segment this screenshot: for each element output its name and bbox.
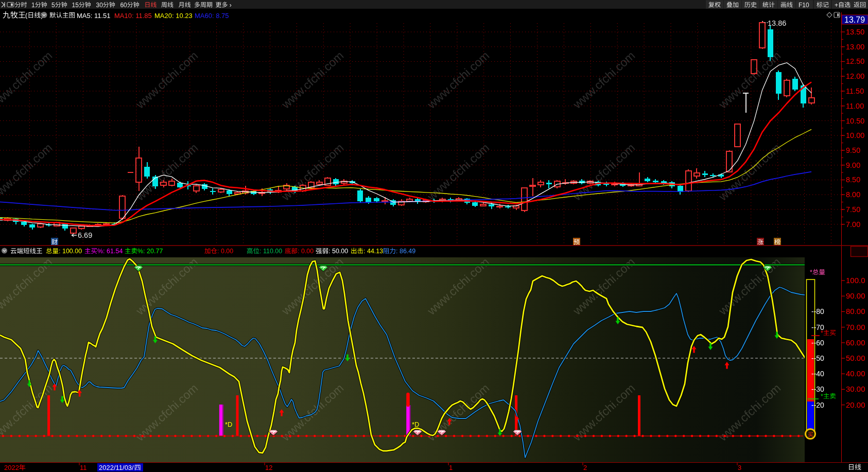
svg-text:2: 2 [583,464,587,471]
svg-text:--50: --50 [811,354,824,362]
svg-text:: 44.13: : 44.13 [363,248,383,255]
svg-text:13.86: 13.86 [768,19,786,27]
svg-text:40.00: 40.00 [846,369,865,378]
svg-text:13.50: 13.50 [846,28,864,36]
svg-text:2022/11/03/: 2022/11/03/ [99,464,134,471]
svg-text:12.50: 12.50 [846,57,864,65]
svg-text:60: 60 [120,2,127,9]
svg-text:*: * [821,393,823,400]
svg-text:+: + [835,2,838,9]
svg-text:12.00: 12.00 [846,72,864,80]
svg-text:: 110.00: : 110.00 [259,248,282,255]
svg-text:50.00: 50.00 [846,354,865,362]
svg-text:5: 5 [51,2,55,9]
svg-text:80.00: 80.00 [846,307,865,316]
svg-text:--60: --60 [811,339,824,347]
svg-text:: 0.00: : 0.00 [298,248,314,255]
svg-text:*: * [810,269,812,276]
svg-text:F10: F10 [798,2,809,9]
svg-text:1: 1 [449,464,453,471]
svg-text:90.00: 90.00 [846,291,865,300]
svg-text:2022: 2022 [4,464,19,471]
svg-text:11.00: 11.00 [846,102,864,110]
svg-text:MA5: 11.51: MA5: 11.51 [77,12,111,20]
svg-text:12: 12 [265,464,272,471]
svg-text:: 50.00: : 50.00 [328,248,348,255]
svg-text:3: 3 [738,464,741,471]
svg-text:11: 11 [80,464,87,471]
svg-text:9.00: 9.00 [846,161,860,169]
svg-text:13.79: 13.79 [844,15,865,24]
svg-text:100.0: 100.0 [846,276,865,285]
svg-text:MA10: 11.85: MA10: 11.85 [114,12,152,20]
svg-text:20.00: 20.00 [846,400,865,409]
svg-text:MA20: 10.23: MA20: 10.23 [154,12,193,20]
svg-text:6.69: 6.69 [78,231,92,239]
svg-text:*: * [821,329,823,337]
svg-text:7.50: 7.50 [846,205,860,214]
svg-text:11.50: 11.50 [846,87,864,95]
svg-text:7.00: 7.00 [846,220,860,229]
svg-text:70.00: 70.00 [846,323,865,331]
svg-text:*D: *D [225,421,232,428]
svg-text:10.50: 10.50 [846,117,864,125]
svg-text:--80: --80 [811,307,824,316]
svg-text:MA60: 8.75: MA60: 8.75 [195,12,229,20]
svg-text:--40: --40 [811,370,824,378]
svg-text:8.00: 8.00 [846,190,860,199]
svg-text:1: 1 [31,2,35,9]
svg-text:8.50: 8.50 [846,176,860,184]
svg-text:: 86.49: : 86.49 [396,248,415,255]
svg-text:10.00: 10.00 [846,131,864,139]
svg-text:: 0.00: : 0.00 [217,248,233,255]
svg-text:%: 61.54: %: 61.54 [97,248,123,255]
svg-text:--20: --20 [811,401,824,409]
svg-text:30.00: 30.00 [846,384,865,393]
svg-text:%: 20.77: %: 20.77 [137,248,163,255]
svg-text:: 100.00: : 100.00 [59,248,82,255]
svg-text:9.50: 9.50 [846,146,860,154]
svg-text:(: ( [25,11,28,19]
svg-text:60.00: 60.00 [846,338,865,347]
svg-text:›: › [228,2,232,9]
svg-text:--30: --30 [811,385,824,393]
svg-text:15: 15 [72,2,79,9]
svg-text:30: 30 [96,2,103,9]
svg-text:13.00: 13.00 [846,43,864,51]
